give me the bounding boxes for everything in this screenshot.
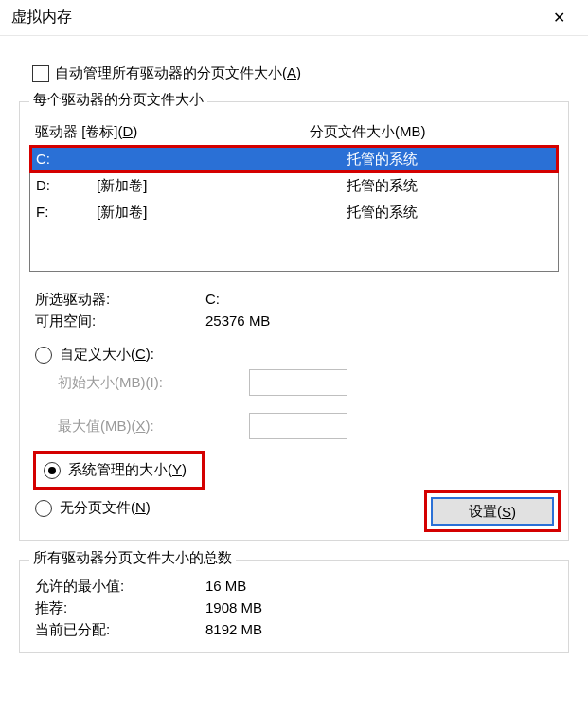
selected-drive-label: 所选驱动器: <box>35 291 205 309</box>
set-button[interactable]: 设置(S) <box>431 497 554 526</box>
totals-group-title: 所有驱动器分页文件大小的总数 <box>29 549 236 567</box>
drive-row-d[interactable]: D: [新加卷] 托管的系统 <box>30 172 558 199</box>
currently-allocated-row: 当前已分配: 8192 MB <box>29 619 559 641</box>
initial-size-row: 初始大小(MB)(I): <box>29 367 559 398</box>
drive-listbox[interactable]: C: 托管的系统 D: [新加卷] 托管的系统 F: [新加卷] 托管的系统 <box>29 145 559 272</box>
currently-allocated-value: 8192 MB <box>205 621 262 639</box>
drive-volume-label <box>97 148 347 170</box>
drive-paging-size: 托管的系统 <box>347 174 552 197</box>
drive-letter: C: <box>36 148 97 170</box>
per-drive-group: 每个驱动器的分页文件大小 驱动器 [卷标](D) 分页文件大小(MB) C: 托… <box>19 101 569 541</box>
drive-volume-label: [新加卷] <box>97 174 347 197</box>
free-space-label: 可用空间: <box>35 312 205 330</box>
no-paging-label: 无分页文件(N) <box>60 499 151 517</box>
auto-manage-row: 自动管理所有驱动器的分页文件大小(A) <box>19 53 569 96</box>
drive-row-c[interactable]: C: 托管的系统 <box>30 146 558 172</box>
set-button-highlight: 设置(S) <box>424 490 561 532</box>
custom-size-row[interactable]: 自定义大小(C): <box>29 342 559 367</box>
drive-header-col: 驱动器 [卷标](D) <box>35 123 310 141</box>
drive-paging-size: 托管的系统 <box>347 148 552 170</box>
dialog-content: 自动管理所有驱动器的分页文件大小(A) 每个驱动器的分页文件大小 驱动器 [卷标… <box>0 36 588 653</box>
drive-list-header: 驱动器 [卷标](D) 分页文件大小(MB) <box>29 117 559 145</box>
free-space-value: 25376 MB <box>205 312 270 330</box>
custom-size-radio[interactable] <box>35 347 52 364</box>
system-managed-highlight: 系统管理的大小(Y) <box>33 451 205 490</box>
drive-row-f[interactable]: F: [新加卷] 托管的系统 <box>30 199 558 225</box>
initial-size-label: 初始大小(MB)(I): <box>58 374 215 392</box>
currently-allocated-label: 当前已分配: <box>35 621 205 639</box>
recommended-row: 推荐: 1908 MB <box>29 597 559 619</box>
close-button[interactable]: ✕ <box>541 0 577 36</box>
max-size-row: 最大值(MB)(X): <box>29 411 559 441</box>
custom-size-label: 自定义大小(C): <box>60 346 154 364</box>
max-size-label: 最大值(MB)(X): <box>58 418 215 436</box>
titlebar: 虚拟内存 ✕ <box>0 0 588 36</box>
auto-manage-label: 自动管理所有驱动器的分页文件大小(A) <box>55 64 301 82</box>
max-size-input[interactable] <box>249 413 347 439</box>
no-paging-radio[interactable] <box>35 500 52 517</box>
totals-group: 所有驱动器分页文件大小的总数 允许的最小值: 16 MB 推荐: 1908 MB… <box>19 560 569 653</box>
initial-size-input[interactable] <box>249 369 347 396</box>
per-drive-group-title: 每个驱动器的分页文件大小 <box>29 91 207 109</box>
recommended-value: 1908 MB <box>205 599 262 617</box>
free-space-row: 可用空间: 25376 MB <box>29 311 559 332</box>
min-allowed-value: 16 MB <box>205 578 246 596</box>
drive-paging-size: 托管的系统 <box>347 201 552 223</box>
drive-volume-label: [新加卷] <box>97 201 347 223</box>
size-header-col: 分页文件大小(MB) <box>310 123 553 141</box>
drive-letter: D: <box>36 174 97 197</box>
selected-drive-value: C: <box>205 291 220 309</box>
min-allowed-label: 允许的最小值: <box>35 578 205 596</box>
drive-letter: F: <box>36 201 97 223</box>
system-managed-label: 系统管理的大小(Y) <box>68 461 187 479</box>
selected-drive-row: 所选驱动器: C: <box>29 289 559 311</box>
window-title: 虚拟内存 <box>11 8 72 27</box>
system-managed-radio[interactable] <box>44 462 61 479</box>
recommended-label: 推荐: <box>35 599 205 617</box>
min-allowed-row: 允许的最小值: 16 MB <box>29 576 559 597</box>
auto-manage-checkbox[interactable] <box>32 65 49 82</box>
